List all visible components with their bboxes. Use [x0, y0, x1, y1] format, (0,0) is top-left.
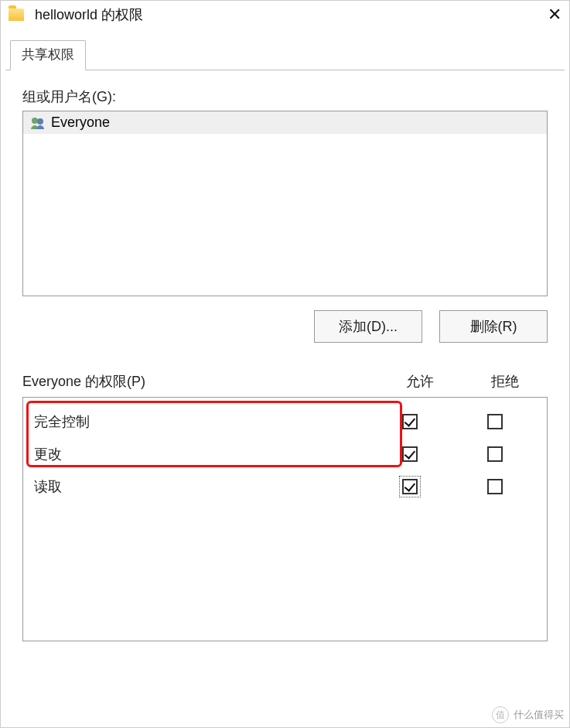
client-area: 共享权限 组或用户名(G): Everyone: [1, 30, 569, 727]
checkbox-allow-full-control[interactable]: [402, 414, 418, 429]
permissions-header: Everyone 的权限(P) 允许 拒绝: [22, 372, 548, 391]
permissions-listbox: 完全控制 更改 读取: [22, 397, 548, 641]
watermark-text: 什么值得买: [514, 708, 564, 722]
groups-label: 组或用户名(G):: [22, 87, 548, 106]
checkbox-deny-change[interactable]: [487, 446, 503, 462]
checkbox-allow-read[interactable]: [402, 479, 418, 494]
checkbox-deny-full-control[interactable]: [487, 414, 503, 429]
tab-share-permissions[interactable]: 共享权限: [10, 40, 86, 70]
watermark-badge-icon: 值: [492, 706, 509, 723]
column-allow-label: 允许: [377, 372, 462, 391]
watermark: 值 什么值得买: [492, 706, 564, 723]
close-button[interactable]: ✕: [531, 6, 561, 23]
folder-icon: [9, 9, 24, 21]
button-row: 添加(D)... 删除(R): [22, 310, 548, 343]
permissions-dialog: helloworld 的权限 ✕ 共享权限 组或用户名(G):: [0, 0, 570, 728]
tab-row: 共享权限: [5, 39, 565, 70]
svg-point-1: [37, 118, 43, 125]
users-listbox[interactable]: Everyone: [22, 111, 548, 296]
permission-name: 读取: [32, 477, 367, 496]
titlebar: helloworld 的权限 ✕: [1, 1, 569, 30]
list-item[interactable]: Everyone: [23, 111, 547, 134]
add-button[interactable]: 添加(D)...: [314, 310, 422, 343]
remove-button[interactable]: 删除(R): [439, 310, 548, 343]
panel: 组或用户名(G): Everyone: [5, 70, 565, 727]
permissions-title: Everyone 的权限(P): [22, 372, 377, 391]
checkbox-deny-read[interactable]: [487, 479, 503, 494]
checkbox-allow-change[interactable]: [402, 446, 418, 462]
permission-row-full-control: 完全控制: [32, 405, 538, 438]
column-deny-label: 拒绝: [462, 372, 548, 391]
window-title: helloworld 的权限: [35, 5, 531, 24]
list-item-label: Everyone: [51, 114, 110, 131]
tab-label: 共享权限: [22, 47, 74, 62]
svg-point-0: [32, 118, 38, 124]
users-group-icon: [29, 116, 46, 130]
permission-name: 更改: [32, 445, 367, 463]
permission-name: 完全控制: [32, 412, 367, 431]
permission-row-change: 更改: [32, 438, 538, 470]
permission-row-read: 读取: [32, 470, 538, 503]
